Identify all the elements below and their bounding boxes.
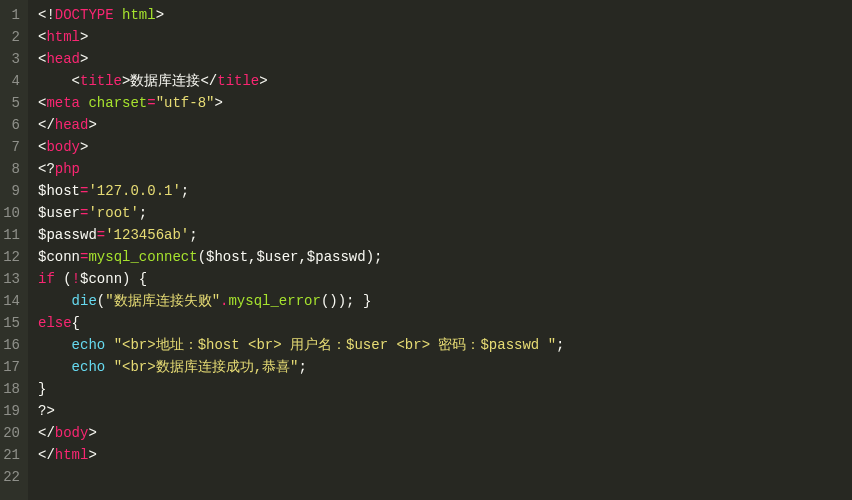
token-plain: $passwd <box>38 227 97 243</box>
token-punc: > <box>214 95 222 111</box>
code-line[interactable]: die("数据库连接失败".mysql_error()); } <box>38 290 564 312</box>
line-number: 4 <box>0 70 20 92</box>
code-line[interactable]: ?> <box>38 400 564 422</box>
token-punc: ; <box>181 183 189 199</box>
code-line[interactable]: <body> <box>38 136 564 158</box>
code-line[interactable]: <?php <box>38 158 564 180</box>
token-plain: ( <box>55 271 72 287</box>
code-line[interactable]: <meta charset="utf-8"> <box>38 92 564 114</box>
line-number: 8 <box>0 158 20 180</box>
token-punc: > <box>80 139 88 155</box>
line-number: 9 <box>0 180 20 202</box>
line-number: 22 <box>0 466 20 488</box>
token-plain: } <box>38 381 46 397</box>
token-plain: ()); } <box>321 293 371 309</box>
token-str: "数据库连接失败" <box>105 293 220 309</box>
token-plain: { <box>72 315 80 331</box>
code-line[interactable]: <head> <box>38 48 564 70</box>
token-tag: else <box>38 315 72 331</box>
token-tag: body <box>46 139 80 155</box>
line-number: 3 <box>0 48 20 70</box>
token-tag: html <box>55 447 89 463</box>
token-plain <box>105 359 113 375</box>
code-line[interactable]: $passwd='123456ab'; <box>38 224 564 246</box>
token-punc: ; <box>298 359 306 375</box>
line-number: 18 <box>0 378 20 400</box>
token-punc: > <box>156 7 164 23</box>
token-tag: title <box>217 73 259 89</box>
line-number: 19 <box>0 400 20 422</box>
code-line[interactable]: </head> <box>38 114 564 136</box>
token-plain <box>38 73 72 89</box>
token-str: "utf-8" <box>156 95 215 111</box>
token-plain <box>38 359 72 375</box>
line-number: 7 <box>0 136 20 158</box>
line-number: 14 <box>0 290 20 312</box>
line-number: 13 <box>0 268 20 290</box>
token-op: = <box>97 227 105 243</box>
code-line[interactable]: $conn=mysql_connect($host,$user,$passwd)… <box>38 246 564 268</box>
token-punc: > <box>88 425 96 441</box>
token-plain: <? <box>38 161 55 177</box>
line-number: 20 <box>0 422 20 444</box>
token-plain: ($host,$user,$passwd); <box>198 249 383 265</box>
token-punc: > <box>80 29 88 45</box>
code-line[interactable] <box>38 466 564 488</box>
token-attr: charset <box>88 95 147 111</box>
token-attr: html <box>122 7 156 23</box>
token-plain: $conn) { <box>80 271 147 287</box>
token-plain: $user <box>38 205 80 221</box>
token-punc: > <box>88 447 96 463</box>
line-number: 16 <box>0 334 20 356</box>
code-line[interactable]: $user='root'; <box>38 202 564 224</box>
token-tag: php <box>55 161 80 177</box>
token-punc: <! <box>38 7 55 23</box>
token-plain: ?> <box>38 403 55 419</box>
token-plain <box>105 337 113 353</box>
code-line[interactable]: if (!$conn) { <box>38 268 564 290</box>
line-number: 21 <box>0 444 20 466</box>
token-attr: mysql_connect <box>88 249 197 265</box>
code-editor-content[interactable]: <!DOCTYPE html><html><head> <title>数据库连接… <box>28 0 564 500</box>
code-line[interactable]: $host='127.0.0.1'; <box>38 180 564 202</box>
token-tag: title <box>80 73 122 89</box>
token-punc: > <box>80 51 88 67</box>
line-number-gutter: 12345678910111213141516171819202122 <box>0 0 28 500</box>
line-number: 15 <box>0 312 20 334</box>
line-number: 5 <box>0 92 20 114</box>
line-number: 10 <box>0 202 20 224</box>
token-plain <box>38 293 72 309</box>
token-tag: head <box>46 51 80 67</box>
code-line[interactable]: else{ <box>38 312 564 334</box>
token-punc: < <box>72 73 80 89</box>
line-number: 12 <box>0 246 20 268</box>
code-line[interactable]: echo "<br>地址：$host <br> 用户名：$user <br> 密… <box>38 334 564 356</box>
code-line[interactable]: <title>数据库连接</title> <box>38 70 564 92</box>
token-plain: ( <box>97 293 105 309</box>
code-line[interactable]: </body> <box>38 422 564 444</box>
token-str: "<br>数据库连接成功,恭喜" <box>114 359 299 375</box>
code-line[interactable]: <html> <box>38 26 564 48</box>
token-tag: if <box>38 271 55 287</box>
token-punc: </ <box>38 425 55 441</box>
token-punc: ; <box>556 337 564 353</box>
token-plain: $host <box>38 183 80 199</box>
token-attr: mysql_error <box>228 293 320 309</box>
token-tag: DOCTYPE <box>55 7 114 23</box>
token-punc: </ <box>200 73 217 89</box>
token-tag: meta <box>46 95 80 111</box>
token-plain: 数据库连接 <box>130 73 200 89</box>
token-punc: > <box>259 73 267 89</box>
token-punc: </ <box>38 447 55 463</box>
token-str: '123456ab' <box>105 227 189 243</box>
token-str: "<br>地址：$host <br> 用户名：$user <br> 密码：$pa… <box>114 337 556 353</box>
token-tag: head <box>55 117 89 133</box>
token-plain <box>114 7 122 23</box>
code-line[interactable]: <!DOCTYPE html> <box>38 4 564 26</box>
code-line[interactable]: echo "<br>数据库连接成功,恭喜"; <box>38 356 564 378</box>
code-line[interactable]: } <box>38 378 564 400</box>
line-number: 1 <box>0 4 20 26</box>
token-plain: $conn <box>38 249 80 265</box>
code-line[interactable]: </html> <box>38 444 564 466</box>
token-func: echo <box>72 337 106 353</box>
